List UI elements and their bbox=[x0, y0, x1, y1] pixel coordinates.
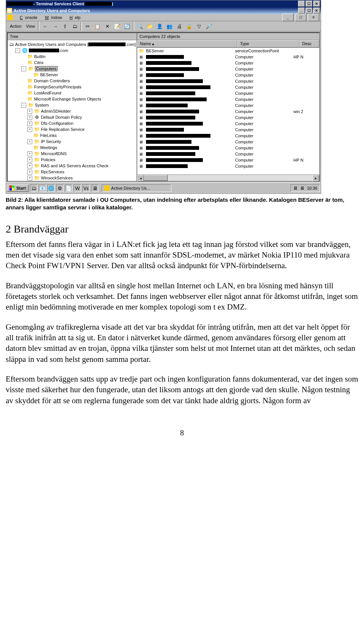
list-row[interactable]: 🖥Computerwin 2 bbox=[137, 108, 319, 115]
tree-node[interactable]: -📁System bbox=[8, 102, 136, 108]
expand-icon[interactable]: + bbox=[27, 163, 32, 168]
forward-button[interactable]: → bbox=[50, 22, 60, 31]
filter-button[interactable]: ▽ bbox=[195, 22, 204, 31]
list-row[interactable]: 🖥Computer bbox=[137, 60, 319, 66]
expand-icon[interactable]: + bbox=[27, 115, 32, 120]
list-row[interactable]: 🖥Computer bbox=[137, 121, 319, 127]
list-row[interactable]: 🖥Computer bbox=[137, 84, 319, 90]
menu-help[interactable]: Help bbox=[65, 14, 83, 20]
quick-launch-icon[interactable]: 🗂 bbox=[30, 184, 38, 192]
tree-node[interactable]: 📁Microsoft Exchange System Objects bbox=[8, 96, 136, 102]
list-row[interactable]: 🖥Computer bbox=[137, 102, 319, 108]
action-menu[interactable]: Action bbox=[8, 24, 24, 28]
list-row[interactable]: 🖥Computer bbox=[137, 145, 319, 151]
list-row[interactable]: 🖥Computer bbox=[137, 115, 319, 121]
tree-root[interactable]: 🗂 Active Directory Users and Computers [… bbox=[8, 41, 136, 47]
expand-icon[interactable]: + bbox=[27, 139, 32, 144]
tree-node[interactable]: -🌐.com bbox=[8, 47, 136, 53]
new-printer-button[interactable]: 🖨 bbox=[175, 22, 184, 31]
col-desc[interactable]: Desc bbox=[300, 40, 319, 47]
doc-minimize-button[interactable]: _ bbox=[282, 14, 293, 21]
up-button[interactable]: ⇧ bbox=[60, 22, 69, 31]
expand-icon[interactable]: - bbox=[21, 66, 26, 71]
properties-button[interactable]: 📝 bbox=[113, 22, 122, 31]
list-row[interactable]: 🖥Computer bbox=[137, 72, 319, 78]
quick-launch-icon[interactable]: Vε bbox=[82, 184, 90, 192]
expand-icon[interactable]: - bbox=[21, 103, 26, 108]
scroll-thumb[interactable] bbox=[144, 175, 168, 181]
list-row[interactable]: 🖥Computer bbox=[137, 139, 319, 145]
close-button[interactable]: ✕ bbox=[313, 1, 320, 7]
new-ou-button[interactable]: 📁 bbox=[145, 22, 154, 31]
tree-node[interactable]: 📁ForeignSecurityPrincipals bbox=[8, 84, 136, 90]
tree-node[interactable]: +📁Dfs-Configuration bbox=[8, 120, 136, 126]
expand-icon[interactable]: + bbox=[27, 157, 32, 162]
quick-launch-icon[interactable]: 📄 bbox=[65, 184, 72, 192]
quick-launch-icon[interactable]: ⚙ bbox=[56, 184, 64, 192]
tree-node[interactable]: 📁Citrix bbox=[8, 60, 136, 66]
list-row[interactable]: 🖥Computer bbox=[137, 151, 319, 157]
list-row[interactable]: 🖥Computer bbox=[137, 90, 319, 96]
quick-launch-icon[interactable]: 📧 bbox=[39, 184, 46, 192]
tree-body[interactable]: 🗂 Active Directory Users and Computers [… bbox=[8, 40, 136, 181]
maximize-button[interactable]: ☐ bbox=[306, 1, 312, 7]
cut-button[interactable]: ✂ bbox=[83, 22, 92, 31]
doc-close-button[interactable]: ✕ bbox=[308, 14, 319, 21]
expand-icon[interactable]: + bbox=[27, 151, 32, 156]
expand-icon[interactable]: + bbox=[27, 176, 32, 181]
tree-node[interactable]: +📁IP Security bbox=[8, 138, 136, 145]
mmc-close-button[interactable]: ✕ bbox=[313, 8, 320, 14]
tree-node[interactable]: +📁WinsockServices bbox=[8, 175, 136, 181]
list-body[interactable]: 📁BEServerserviceConnectionPoint🖥Computer… bbox=[137, 48, 319, 174]
menu-window[interactable]: Window bbox=[40, 14, 64, 20]
tree-node[interactable]: -📁Computers bbox=[8, 66, 136, 72]
tree-node[interactable]: +📁File Replication Service bbox=[8, 126, 136, 132]
delete-button[interactable]: ✕ bbox=[103, 22, 112, 31]
paste-button[interactable]: 📋 bbox=[93, 22, 102, 31]
task-button-aduc[interactable]: Active Directory Us… bbox=[102, 184, 171, 192]
tray-icon[interactable]: 🖥 bbox=[293, 185, 298, 191]
doc-restore-button[interactable]: ☐ bbox=[295, 14, 306, 21]
mmc-maximize-button[interactable]: ☐ bbox=[306, 8, 312, 14]
tree-node[interactable]: +📁RpcServices bbox=[8, 169, 136, 175]
tree-node[interactable]: 📁BEServer bbox=[8, 72, 136, 78]
expand-icon[interactable]: + bbox=[27, 127, 32, 132]
h-scrollbar[interactable]: ◄ ► bbox=[137, 174, 319, 181]
new-group-button[interactable]: 👥 bbox=[165, 22, 174, 31]
find-objects-button[interactable]: 🔎 bbox=[204, 22, 213, 31]
tree-node[interactable]: +📁MicrosoftDNS bbox=[8, 151, 136, 157]
list-row[interactable]: 🖥ComputerHP N bbox=[137, 157, 319, 163]
list-row[interactable]: 🖥Computer bbox=[137, 127, 319, 133]
list-row[interactable]: 🖥ComputerHP N bbox=[137, 54, 319, 60]
list-row[interactable]: 🖥Computer bbox=[137, 133, 319, 139]
scroll-track[interactable] bbox=[144, 175, 312, 181]
tree-node[interactable]: +📁Policies bbox=[8, 157, 136, 163]
tree-node[interactable]: 📁Domain Controllers bbox=[8, 78, 136, 84]
new-computer-button[interactable]: 🔒 bbox=[185, 22, 194, 31]
tree-node[interactable]: 📁Builtin bbox=[8, 53, 136, 60]
new-user-button[interactable]: 👤 bbox=[155, 22, 164, 31]
menu-console[interactable]: Console bbox=[15, 14, 39, 20]
expand-icon[interactable]: + bbox=[27, 170, 32, 174]
expand-icon[interactable]: + bbox=[27, 109, 32, 114]
tree-node[interactable]: +📁AdminSDHolder bbox=[8, 108, 136, 114]
tree-node[interactable]: 📁FileLinks bbox=[8, 132, 136, 138]
show-hide-button[interactable]: 🗂 bbox=[70, 22, 79, 31]
expand-icon[interactable]: - bbox=[15, 48, 20, 53]
col-name[interactable]: Name ▴ bbox=[137, 40, 237, 47]
list-row[interactable]: 🖥Computer bbox=[137, 66, 319, 72]
tree-node[interactable]: 📁LostAndFound bbox=[8, 90, 136, 96]
scroll-left-button[interactable]: ◄ bbox=[137, 175, 144, 182]
view-menu[interactable]: View bbox=[24, 24, 38, 28]
tray-icon[interactable]: 🖥 bbox=[300, 185, 304, 191]
col-type[interactable]: Type bbox=[237, 40, 300, 47]
refresh-button[interactable]: 🔄 bbox=[122, 22, 132, 31]
back-button[interactable]: ← bbox=[41, 22, 50, 31]
quick-launch-icon[interactable]: W bbox=[74, 184, 81, 192]
start-button[interactable]: Start bbox=[7, 185, 28, 192]
tree-node[interactable]: +📁RAS and IAS Servers Access Check bbox=[8, 163, 136, 169]
list-row[interactable]: 🖥Computer bbox=[137, 78, 319, 84]
quick-launch-icon[interactable]: 🌐 bbox=[47, 184, 55, 192]
list-row[interactable]: 🖥Computer bbox=[137, 96, 319, 102]
tree-node[interactable]: 📁Meetings bbox=[8, 145, 136, 151]
